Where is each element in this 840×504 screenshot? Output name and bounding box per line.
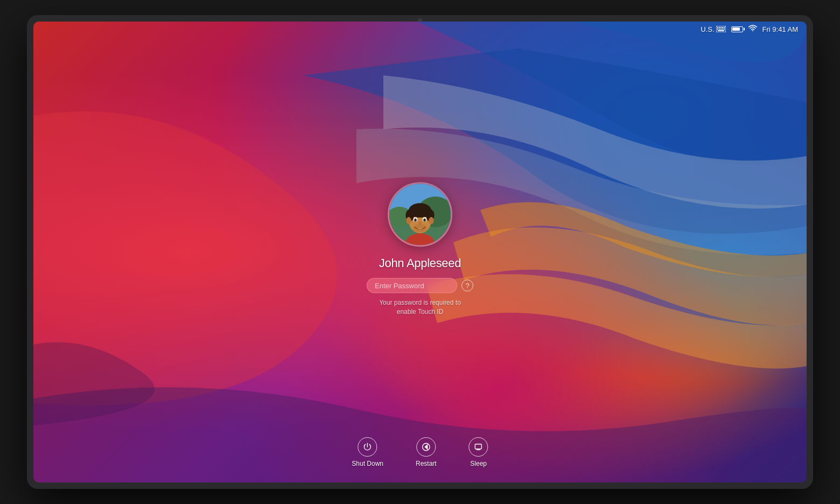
keyboard-icon bbox=[716, 26, 726, 32]
svg-rect-10 bbox=[724, 29, 725, 30]
touch-id-hint: Your password is required toenable Touch… bbox=[379, 298, 461, 317]
svg-point-28 bbox=[413, 224, 428, 232]
sleep-icon bbox=[474, 442, 484, 452]
menu-bar-right: U.S. bbox=[701, 25, 798, 34]
bottom-actions: Shut Down Restart bbox=[352, 437, 488, 467]
svg-point-22 bbox=[406, 217, 411, 224]
restart-label: Restart bbox=[416, 460, 437, 467]
svg-marker-29 bbox=[424, 444, 428, 450]
svg-rect-8 bbox=[720, 29, 722, 30]
sleep-button[interactable]: Sleep bbox=[469, 437, 488, 467]
svg-rect-4 bbox=[722, 27, 723, 28]
svg-rect-1 bbox=[717, 27, 718, 28]
power-icon bbox=[363, 442, 373, 452]
laptop-frame: U.S. bbox=[27, 15, 813, 489]
shutdown-icon-circle bbox=[358, 437, 377, 457]
keyboard-layout-text: U.S. bbox=[701, 25, 714, 33]
avatar bbox=[388, 182, 452, 247]
help-button[interactable]: ? bbox=[461, 279, 473, 291]
clock: Fri 9:41 AM bbox=[762, 25, 798, 33]
svg-rect-5 bbox=[724, 27, 725, 28]
restart-icon-circle bbox=[416, 437, 436, 457]
svg-rect-6 bbox=[717, 29, 718, 30]
svg-point-26 bbox=[414, 219, 417, 222]
password-row: ? bbox=[367, 278, 473, 293]
svg-rect-2 bbox=[719, 27, 720, 28]
restart-icon bbox=[421, 442, 431, 452]
username-label: John Appleseed bbox=[379, 256, 461, 270]
svg-point-27 bbox=[423, 219, 426, 222]
svg-rect-9 bbox=[722, 29, 723, 30]
login-container: John Appleseed ? Your password is requir… bbox=[367, 182, 473, 317]
svg-rect-7 bbox=[719, 29, 720, 30]
clock-text: Fri 9:41 AM bbox=[762, 25, 798, 33]
menu-bar: U.S. bbox=[33, 22, 807, 37]
screen: U.S. bbox=[33, 22, 807, 482]
sleep-icon-circle bbox=[469, 437, 488, 457]
svg-rect-31 bbox=[475, 444, 482, 449]
sleep-label: Sleep bbox=[470, 460, 487, 467]
svg-rect-3 bbox=[720, 27, 722, 28]
svg-point-23 bbox=[429, 217, 434, 224]
keyboard-layout: U.S. bbox=[701, 25, 725, 33]
battery-icon bbox=[731, 26, 743, 32]
wifi-icon bbox=[748, 25, 757, 34]
password-input[interactable] bbox=[367, 278, 457, 293]
svg-rect-11 bbox=[718, 30, 724, 31]
shutdown-label: Shut Down bbox=[352, 460, 383, 467]
restart-button[interactable]: Restart bbox=[416, 437, 437, 467]
shutdown-button[interactable]: Shut Down bbox=[352, 437, 383, 467]
